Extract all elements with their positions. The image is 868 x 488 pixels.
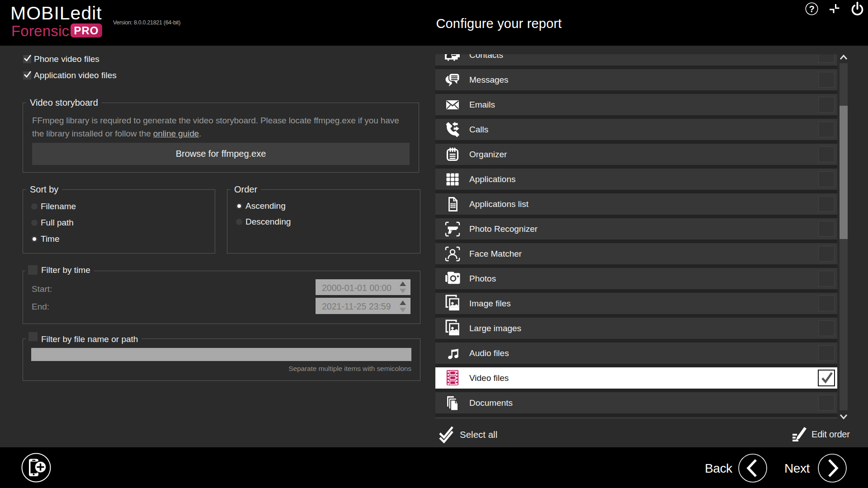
svg-text:?: ? [809,4,814,14]
